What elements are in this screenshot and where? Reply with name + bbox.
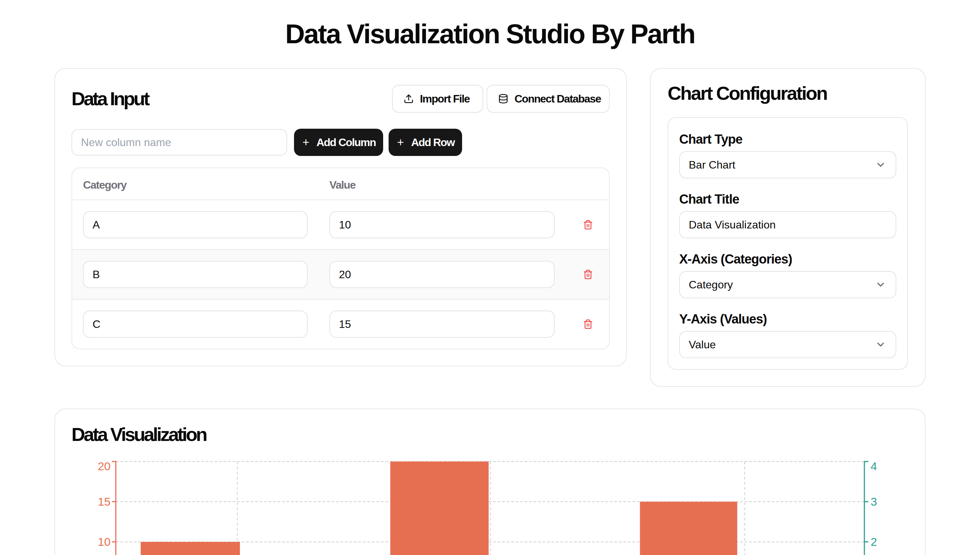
svg-text:3: 3 bbox=[871, 495, 877, 508]
svg-text:4: 4 bbox=[871, 460, 877, 473]
svg-text:20: 20 bbox=[98, 460, 110, 473]
svg-text:10: 10 bbox=[98, 535, 110, 548]
svg-text:15: 15 bbox=[98, 495, 110, 508]
svg-text:2: 2 bbox=[871, 535, 877, 548]
